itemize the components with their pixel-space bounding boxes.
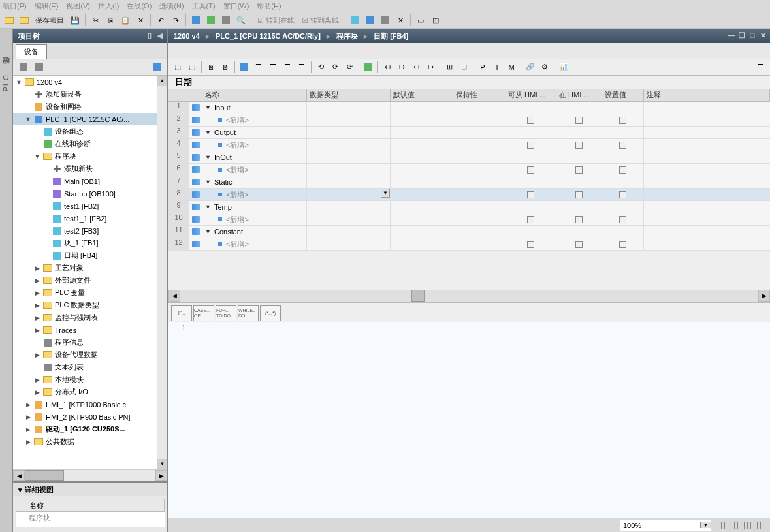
tree-devices-networks[interactable]: 设备和网络 (13, 101, 167, 113)
tree-date-fb4[interactable]: 日期 [FB4] (13, 249, 167, 262)
tree-common-data[interactable]: ▶公共数据 (13, 435, 167, 448)
cell-setpoint[interactable] (602, 201, 644, 213)
ed-icon-14[interactable]: ⊞ (443, 61, 456, 74)
tree-plc-1[interactable]: ▼PLC_1 [CPU 1215C AC/... (13, 113, 167, 125)
checkbox[interactable] (619, 191, 626, 198)
cell-default[interactable] (391, 164, 453, 176)
collapse-left-icon[interactable]: ◀ (155, 31, 165, 40)
cell-default[interactable] (391, 189, 453, 200)
breadcrumb-part-3[interactable]: 程序块 (336, 32, 358, 40)
cell-default[interactable] (391, 201, 453, 213)
add-new-4[interactable]: <新增> (202, 139, 307, 151)
tree-root[interactable]: ▼1200 v4 (13, 76, 167, 88)
section-static[interactable]: ▼Static (202, 176, 307, 188)
checkbox[interactable] (527, 241, 534, 248)
tree-device-proxy[interactable]: ▶设备代理数据 (13, 349, 167, 361)
add-new-12[interactable]: <新增> (202, 238, 307, 250)
chevron-down-icon[interactable]: ▼ (205, 104, 212, 111)
tree-ext-sources[interactable]: ▶外部源文件 (13, 274, 167, 287)
cell-retain[interactable] (453, 139, 505, 151)
iface-row-3[interactable]: 3▼Output (168, 127, 770, 139)
cell-hmi-from[interactable] (505, 238, 556, 250)
section-inout[interactable]: ▼InOut (202, 151, 307, 163)
checkbox[interactable] (527, 191, 534, 198)
ed-icon-18[interactable]: M (505, 61, 518, 74)
ed-icon-right[interactable]: ☰ (754, 61, 767, 74)
header-comment[interactable]: 注释 (644, 89, 770, 101)
iface-row-9[interactable]: 9▼Temp (168, 201, 770, 213)
go-online-button[interactable]: ☑ 转到在线 (255, 16, 297, 25)
cell-setpoint[interactable] (602, 226, 644, 238)
breadcrumb-part-1[interactable]: 1200 v4 (174, 32, 200, 40)
menu-edit[interactable]: 编辑(E) (35, 1, 59, 11)
cell-retain[interactable] (453, 127, 505, 138)
close-icon[interactable]: ✕ (758, 31, 767, 40)
cell-retain[interactable] (453, 226, 505, 238)
cell-hmi-from[interactable] (505, 102, 556, 114)
cell-hmi-from[interactable] (505, 176, 556, 188)
tree-vscroll[interactable]: ▲ ▼ (157, 76, 167, 469)
cell-hmi-in[interactable] (556, 189, 602, 200)
tree-test1-1-fb2[interactable]: test1_1 [FB2] (13, 212, 167, 225)
checkbox[interactable] (619, 216, 626, 223)
section-output[interactable]: ▼Output (202, 127, 307, 138)
tree-plc-types[interactable]: ▶PLC 数据类型 (13, 299, 167, 311)
cell-setpoint[interactable] (602, 176, 644, 188)
iface-row-11[interactable]: 11▼Constant (168, 226, 770, 238)
checkbox[interactable] (575, 241, 583, 248)
tb-icon-2[interactable] (364, 14, 377, 27)
cell-default[interactable] (391, 151, 453, 163)
cell-hmi-from[interactable] (505, 226, 556, 238)
detail-title[interactable]: ▾ 详细视图 (13, 483, 167, 496)
tb-icon-1[interactable] (349, 14, 362, 27)
ed-icon-indent-in[interactable]: ☰ (252, 61, 265, 74)
scroll-down-icon[interactable]: ▼ (157, 459, 167, 469)
tree-add-device[interactable]: ➕添加新设备 (13, 88, 167, 101)
tree-tb-icon-3[interactable] (150, 61, 163, 74)
tree-text-lists[interactable]: 文本列表 (13, 361, 167, 373)
compile-icon[interactable] (219, 14, 233, 27)
cut-icon[interactable]: ✂ (89, 14, 102, 27)
cell-default[interactable] (391, 102, 453, 114)
cell-retain[interactable] (453, 151, 505, 163)
cell-default[interactable] (391, 114, 453, 126)
pal-for[interactable]: FOR... TO DO.. (216, 305, 236, 321)
tree-block1-fb1[interactable]: 块_1 [FB1] (13, 237, 167, 249)
cell-setpoint[interactable] (602, 164, 644, 176)
ed-icon-6[interactable]: ⟲ (314, 61, 327, 74)
cell-comment[interactable] (644, 127, 770, 138)
tree-dist-io[interactable]: ▶分布式 I/O (13, 386, 167, 398)
ed-icon-16[interactable]: P (476, 61, 489, 74)
split-h-icon[interactable]: ▭ (414, 14, 427, 27)
cell-retain[interactable] (453, 102, 505, 114)
cell-hmi-in[interactable] (556, 114, 602, 126)
cell-setpoint[interactable] (602, 238, 644, 250)
cell-type[interactable] (307, 164, 391, 176)
paste-icon[interactable]: 📋 (119, 14, 132, 27)
checkbox[interactable] (575, 117, 583, 124)
project-tree[interactable]: ▼1200 v4 ➕添加新设备 设备和网络 ▼PLC_1 [CPU 1215C … (13, 76, 167, 469)
download-icon[interactable] (189, 14, 202, 27)
restore-icon[interactable]: ❐ (737, 31, 746, 40)
checkbox[interactable] (575, 166, 583, 174)
menu-help[interactable]: 帮助(H) (257, 1, 281, 11)
menu-view[interactable]: 视图(V) (66, 1, 90, 11)
delete-icon[interactable]: ✕ (134, 14, 147, 27)
cell-type[interactable] (307, 102, 391, 114)
chevron-down-icon[interactable]: ▼ (205, 179, 212, 185)
tree-plc-vars[interactable]: ▶PLC 变量 (13, 287, 167, 299)
cell-default[interactable] (391, 139, 453, 151)
tree-test1-fb2[interactable]: test1 [FB2] (13, 200, 167, 212)
tree-tech-objects[interactable]: ▶工艺对象 (13, 262, 167, 274)
ed-icon-21[interactable]: 📊 (557, 61, 570, 74)
copy-icon[interactable]: ⎘ (104, 14, 117, 27)
minimize-icon[interactable]: — (727, 31, 736, 40)
cell-hmi-from[interactable] (505, 127, 556, 138)
menu-online[interactable]: 在线(O) (127, 1, 152, 11)
header-name[interactable]: 名称 (202, 89, 307, 101)
cell-type[interactable] (307, 201, 391, 213)
cell-type[interactable] (307, 238, 391, 250)
iface-row-1[interactable]: 1▼Input (168, 102, 770, 114)
ed-icon-comment[interactable]: ☰ (281, 61, 294, 74)
cell-retain[interactable] (453, 114, 505, 126)
